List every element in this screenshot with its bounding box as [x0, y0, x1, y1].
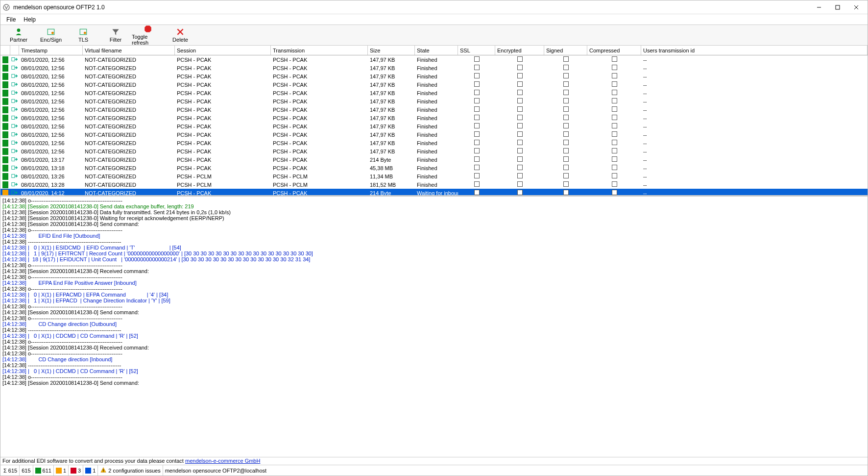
cell-timestamp: 08/01/2020, 13:18 — [19, 165, 83, 172]
header-encrypted[interactable]: Encrypted — [495, 46, 544, 55]
cell-size: 214 Byte — [368, 156, 415, 163]
svg-marker-10 — [145, 25, 151, 32]
header-ssl[interactable]: SSL — [458, 46, 495, 55]
table-row[interactable]: 08/01/2020, 12:56NOT-CATEGORIZEDPCSH - P… — [0, 147, 868, 155]
cell-transmission: PCSH - PCAK — [271, 56, 368, 63]
cell-filename: NOT-CATEGORIZED — [83, 156, 175, 163]
cell-state: Finished — [415, 123, 458, 130]
header-userid[interactable]: Users transmission id — [641, 46, 868, 55]
close-button[interactable] — [847, 1, 866, 14]
cell-signed — [544, 189, 587, 195]
cell-size: 147,97 KB — [368, 131, 415, 138]
log-line: [14:12:38] [Session 20200108141238-0] Se… — [2, 221, 866, 227]
log-line: [14:12:38] [Session 20200108141238-0] Se… — [2, 203, 866, 209]
svg-rect-15 — [12, 74, 15, 77]
menu-file[interactable]: File — [2, 15, 20, 24]
table-row[interactable]: 08/01/2020, 12:56NOT-CATEGORIZEDPCSH - P… — [0, 114, 868, 122]
cell-timestamp: 08/01/2020, 12:56 — [19, 56, 83, 63]
cell-state: Finished — [415, 148, 458, 155]
header-compressed[interactable]: Compressed — [587, 46, 641, 55]
table-row[interactable]: 08/01/2020, 12:56NOT-CATEGORIZEDPCSH - P… — [0, 80, 868, 89]
log-line: [14:12:38] -----------------------------… — [2, 362, 866, 368]
cell-size: 147,97 KB — [368, 56, 415, 63]
cell-transmission: PCSH - PCAK — [271, 81, 368, 88]
header-timestamp[interactable]: Timestamp — [19, 46, 83, 55]
table-row[interactable]: 08/01/2020, 14:12NOT-CATEGORIZEDPCSH - P… — [0, 189, 868, 195]
table-body[interactable]: 08/01/2020, 12:56NOT-CATEGORIZEDPCSH - P… — [0, 55, 868, 195]
cell-userid: -- — [641, 123, 868, 130]
log-line: [14:12:38] | 0 | X(1) | CDCMD | CD Comma… — [2, 333, 866, 339]
header-transmission[interactable]: Transmission — [271, 46, 368, 55]
delete-button[interactable]: Delete — [164, 26, 196, 45]
status-total-value: 615 — [8, 468, 17, 474]
cell-transmission: PCSH - PCAK — [271, 123, 368, 130]
direction-icon — [10, 139, 19, 148]
status-indicator — [0, 73, 10, 80]
encsign-button[interactable]: Enc/Sign — [35, 26, 67, 45]
table-row[interactable]: 08/01/2020, 13:26NOT-CATEGORIZEDPCSH - P… — [0, 172, 868, 180]
footer-link[interactable]: mendelson-e-commerce GmbH — [185, 458, 260, 464]
log-panel[interactable]: [14:12:38] o----------------------------… — [0, 197, 868, 457]
table-row[interactable]: 08/01/2020, 12:56NOT-CATEGORIZEDPCSH - P… — [0, 97, 868, 105]
header-direction[interactable] — [10, 46, 19, 55]
cell-timestamp: 08/01/2020, 12:56 — [19, 90, 83, 97]
cell-session: PCSH - PCAK — [175, 131, 271, 138]
header-filename[interactable]: Virtual filename — [83, 46, 175, 55]
minimize-button[interactable] — [810, 1, 828, 14]
header-size[interactable]: Size — [368, 46, 415, 55]
header-status[interactable] — [0, 46, 10, 55]
cell-timestamp: 08/01/2020, 14:12 — [19, 190, 83, 196]
header-session[interactable]: Session — [175, 46, 271, 55]
status-config-text: 2 configuration issues — [108, 468, 160, 474]
cell-size: 147,97 KB — [368, 123, 415, 130]
direction-icon — [10, 164, 19, 173]
status-server-text: mendelson opensource OFTP2@localhost — [165, 468, 266, 474]
status-indicator — [0, 139, 10, 147]
cell-userid: -- — [641, 98, 868, 105]
table-row[interactable]: 08/01/2020, 13:18NOT-CATEGORIZEDPCSH - P… — [0, 164, 868, 172]
log-line: [14:12:38] o----------------------------… — [2, 303, 866, 309]
table-row[interactable]: 08/01/2020, 12:56NOT-CATEGORIZEDPCSH - P… — [0, 64, 868, 72]
table-row[interactable]: 08/01/2020, 13:17NOT-CATEGORIZEDPCSH - P… — [0, 155, 868, 164]
svg-rect-13 — [12, 57, 15, 61]
cell-compressed — [587, 139, 641, 147]
tls-button[interactable]: TLS — [67, 26, 99, 45]
cell-encrypted — [495, 189, 544, 195]
status-indicator — [0, 81, 10, 89]
table-row[interactable]: 08/01/2020, 12:56NOT-CATEGORIZEDPCSH - P… — [0, 72, 868, 80]
header-state[interactable]: State — [415, 46, 458, 55]
cell-state: Finished — [415, 73, 458, 80]
cell-size: 11,34 MB — [368, 173, 415, 180]
table-row[interactable]: 08/01/2020, 13:28NOT-CATEGORIZEDPCSH - P… — [0, 180, 868, 189]
table-row[interactable]: 08/01/2020, 12:56NOT-CATEGORIZEDPCSH - P… — [0, 55, 868, 64]
cell-signed — [544, 114, 587, 122]
status-red: 3 — [69, 465, 83, 476]
status-indicator — [0, 89, 10, 97]
log-line: [14:12:38] o----------------------------… — [2, 315, 866, 321]
status-config-issues[interactable]: 2 configuration issues — [98, 465, 163, 476]
table-row[interactable]: 08/01/2020, 12:56NOT-CATEGORIZEDPCSH - P… — [0, 139, 868, 147]
table-row[interactable]: 08/01/2020, 12:56NOT-CATEGORIZEDPCSH - P… — [0, 130, 868, 139]
togglerefresh-label: Toggle refresh — [132, 34, 164, 46]
cell-compressed — [587, 164, 641, 172]
cell-signed — [544, 89, 587, 97]
direction-icon — [10, 180, 19, 189]
cell-ssl — [458, 173, 495, 180]
status-indicator — [0, 164, 10, 172]
table-row[interactable]: 08/01/2020, 12:56NOT-CATEGORIZEDPCSH - P… — [0, 105, 868, 114]
cell-size: 147,97 KB — [368, 98, 415, 105]
partner-button[interactable]: Partner — [2, 26, 35, 45]
menu-help[interactable]: Help — [20, 15, 40, 24]
direction-icon — [10, 155, 19, 164]
cell-transmission: PCSH - PCAK — [271, 90, 368, 97]
togglerefresh-button[interactable]: Toggle refresh — [132, 26, 164, 45]
header-signed[interactable]: Signed — [544, 46, 587, 55]
maximize-button[interactable] — [828, 1, 847, 14]
table-row[interactable]: 08/01/2020, 12:56NOT-CATEGORIZEDPCSH - P… — [0, 89, 868, 97]
cell-compressed — [587, 189, 641, 195]
cell-size: 147,97 KB — [368, 148, 415, 155]
filter-button[interactable]: Filter — [99, 26, 132, 45]
cell-signed — [544, 81, 587, 88]
table-row[interactable]: 08/01/2020, 12:56NOT-CATEGORIZEDPCSH - P… — [0, 122, 868, 130]
cell-transmission: PCSH - PCAK — [271, 148, 368, 155]
